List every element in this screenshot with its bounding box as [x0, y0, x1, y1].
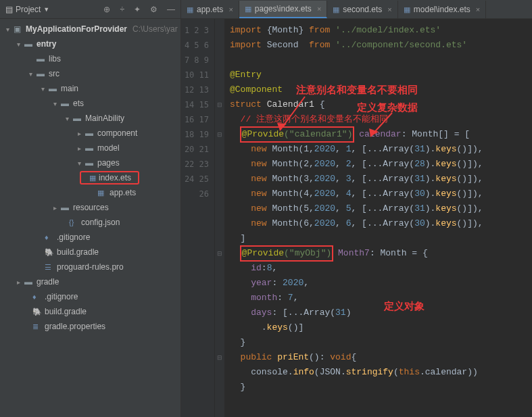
project-icon: ▣: [14, 24, 23, 34]
tree-entry[interactable]: ▾▬entry: [0, 36, 180, 51]
folder-icon: ▬: [85, 143, 95, 153]
ets-file-icon: ▦: [404, 5, 410, 14]
git-file-icon: ♦: [32, 293, 42, 301]
folder-icon: ▬: [37, 69, 46, 78]
tree-resources[interactable]: ▸▬resources: [0, 200, 180, 215]
tree-mainability[interactable]: ▾▬MainAbility: [0, 111, 180, 126]
tree-ets[interactable]: ▾▬ets: [0, 96, 180, 111]
tree-project-root[interactable]: ▾▣MyApplicationForProviderC:\Users\yar: [0, 22, 180, 36]
project-tree: ▾▣MyApplicationForProviderC:\Users\yar ▾…: [0, 19, 180, 417]
folder-icon: ▬: [85, 128, 95, 138]
ets-file-icon: ▦: [245, 5, 251, 14]
ets-file-icon: ▦: [187, 5, 193, 14]
tree-gitignore-2[interactable]: ♦.gitignore: [0, 289, 180, 304]
folder-icon: ▬: [24, 39, 34, 49]
gradle-file-icon: 🐘: [32, 308, 42, 316]
project-icon: ▤: [5, 5, 13, 14]
ets-file-icon: ▦: [89, 174, 99, 182]
close-icon[interactable]: ×: [476, 5, 480, 14]
folder-icon: ▬: [61, 99, 70, 108]
tree-component[interactable]: ▸▬component: [0, 126, 180, 141]
tree-gradle[interactable]: ▸▬gradle: [0, 274, 180, 289]
folder-icon: ▬: [24, 277, 34, 287]
tree-build-gradle-1[interactable]: 🐘build.gradle: [0, 245, 180, 260]
folder-icon: ▬: [85, 158, 95, 168]
tree-app-ets[interactable]: ▦app.ets: [0, 185, 180, 200]
fold-column[interactable]: ⊟ ⊟ ⊟ ⊟: [215, 19, 224, 417]
tree-build-gradle-2[interactable]: 🐘build.gradle: [0, 304, 180, 319]
gradle-file-icon: 🐘: [45, 248, 54, 257]
sidebar-header: ▤ Project ▼ ⊕ ÷ ✦ ⚙ —: [0, 0, 180, 19]
editor-panel: ▦app.ets× ▦pages\index.ets× ▦second.ets×…: [181, 0, 532, 417]
expand-icon[interactable]: ÷: [120, 5, 124, 14]
tree-config-json[interactable]: {}config.json: [0, 215, 180, 230]
line-gutter: 1 2 3 4 5 6 7 8 9 10 11 12 13 14 15 16 1…: [181, 19, 215, 417]
ets-file-icon: ▦: [97, 189, 107, 197]
folder-icon: ▬: [61, 203, 70, 212]
tab-app-ets[interactable]: ▦app.ets×: [181, 1, 239, 18]
collapse-icon[interactable]: ✦: [134, 5, 141, 14]
tab-model-index[interactable]: ▦model\index.ets×: [398, 1, 486, 18]
json-file-icon: {}: [69, 218, 78, 226]
target-icon[interactable]: ⊕: [103, 5, 110, 14]
file-icon: ☰: [45, 263, 54, 272]
tree-proguard[interactable]: ☰proguard-rules.pro: [0, 260, 180, 274]
chevron-down-icon: ▼: [43, 6, 49, 13]
folder-icon: ▬: [37, 54, 46, 64]
tree-main[interactable]: ▾▬main: [0, 81, 180, 96]
project-sidebar: ▤ Project ▼ ⊕ ÷ ✦ ⚙ — ▾▣MyApplicationFor…: [0, 0, 181, 417]
tree-index-ets[interactable]: ▦index.ets: [0, 170, 180, 185]
folder-icon: ▬: [49, 84, 58, 93]
ets-file-icon: ▦: [333, 5, 339, 14]
tree-gitignore-1[interactable]: ♦.gitignore: [0, 230, 180, 245]
sidebar-title[interactable]: ▤ Project ▼: [5, 5, 49, 14]
editor-tabs: ▦app.ets× ▦pages\index.ets× ▦second.ets×…: [181, 0, 532, 19]
close-icon[interactable]: ×: [317, 5, 321, 13]
git-file-icon: ♦: [45, 233, 54, 241]
tree-gradle-props[interactable]: ≣gradle.properties: [0, 319, 180, 334]
close-icon[interactable]: ×: [387, 5, 391, 14]
folder-icon: ▬: [73, 114, 82, 123]
props-file-icon: ≣: [32, 322, 42, 331]
close-icon[interactable]: ×: [228, 5, 233, 14]
gear-icon[interactable]: ⚙: [150, 5, 158, 14]
tree-libs[interactable]: ▬libs: [0, 51, 180, 66]
tree-model[interactable]: ▸▬model: [0, 141, 180, 155]
tab-second-ets[interactable]: ▦second.ets×: [327, 1, 397, 18]
tab-pages-index[interactable]: ▦pages\index.ets×: [239, 1, 328, 18]
tree-src[interactable]: ▾▬src: [0, 66, 180, 81]
hide-icon[interactable]: —: [167, 5, 175, 14]
code-content[interactable]: import {Month} from '../model/index.ets'…: [224, 19, 532, 417]
tree-pages[interactable]: ▾▬pages: [0, 155, 180, 170]
